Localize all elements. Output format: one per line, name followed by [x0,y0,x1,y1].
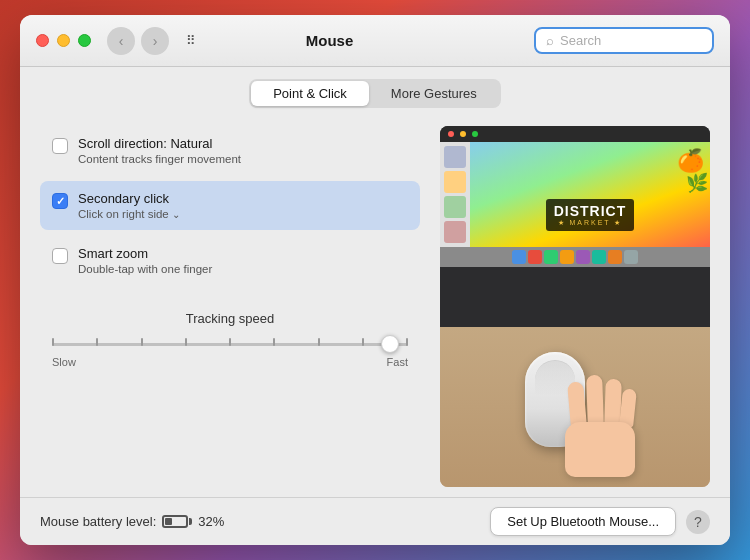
secondary-click-subtitle: Click on right side ⌄ [78,208,180,220]
scroll-direction-row: Scroll direction: Natural Content tracks… [40,126,420,175]
secondary-click-text: Secondary click Click on right side ⌄ [78,191,180,220]
tick-5 [229,338,231,346]
close-button[interactable] [36,34,49,47]
fake-menubar [440,126,710,142]
poster-subtitle: ★ MARKET ★ [554,219,627,227]
dock-item-5 [576,250,590,264]
minimize-button[interactable] [57,34,70,47]
dock-item-1 [512,250,526,264]
tick-3 [141,338,143,346]
tick-7 [318,338,320,346]
scroll-direction-subtitle: Content tracks finger movement [78,153,241,165]
poster-preview: 🍊 🌿 DISTRICT ★ MARKET ★ [470,142,710,247]
poster-title: DISTRICT [554,203,627,219]
content-area: Scroll direction: Natural Content tracks… [20,116,730,497]
slider-line [52,343,408,346]
finger-1 [567,381,587,427]
dropdown-arrow-icon[interactable]: ⌄ [172,209,180,220]
fake-sidebar [440,142,470,247]
slider-container: Slow Fast [52,334,408,368]
smart-zoom-checkbox[interactable] [52,248,68,264]
sidebar-item-4 [444,221,466,243]
tick-4 [185,338,187,346]
smart-zoom-text: Smart zoom Double-tap with one finger [78,246,212,275]
screen-content: 🍊 🌿 DISTRICT ★ MARKET ★ [440,142,710,247]
tabs-container: Point & Click More Gestures [249,79,501,108]
scroll-direction-checkbox[interactable] [52,138,68,154]
main-window: ‹ › ⠿ Mouse ⌕ Point & Click More Gesture… [20,15,730,545]
tab-point-click[interactable]: Point & Click [251,81,369,106]
window-title: Mouse [125,32,534,49]
tracking-section: Tracking speed [40,301,420,378]
tracking-label: Tracking speed [186,311,274,326]
menu-dot-red [448,131,454,137]
slider-ticks [52,342,408,346]
battery-section: Mouse battery level: 32% [40,514,224,529]
mouse-hand-group [495,337,655,477]
smart-zoom-subtitle: Double-tap with one finger [78,263,212,275]
finger-2 [586,375,604,428]
dock-item-6 [592,250,606,264]
dock-item-7 [608,250,622,264]
preview-panel: 🍊 🌿 DISTRICT ★ MARKET ★ [440,126,710,487]
tabs-bar: Point & Click More Gestures [20,67,730,116]
sidebar-item-2 [444,171,466,193]
tracking-slider[interactable] [52,334,408,354]
secondary-click-row: Secondary click Click on right side ⌄ [40,181,420,230]
leaf-emoji: 🌿 [686,172,708,194]
sidebar-item-1 [444,146,466,168]
maximize-button[interactable] [78,34,91,47]
tick-6 [273,338,275,346]
slider-slow-label: Slow [52,356,76,368]
search-box[interactable]: ⌕ [534,27,714,54]
tick-9 [406,338,408,346]
dock-item-4 [560,250,574,264]
fruit-emoji: 🍊 [677,148,704,174]
battery-fill [165,518,172,525]
dock-item-2 [528,250,542,264]
battery-percent: 32% [198,514,224,529]
slider-fast-label: Fast [387,356,408,368]
dock-item-3 [544,250,558,264]
titlebar: ‹ › ⠿ Mouse ⌕ [20,15,730,67]
palm [565,422,635,477]
secondary-click-title: Secondary click [78,191,180,206]
menu-dot-yellow [460,131,466,137]
menu-dot-green [472,131,478,137]
settings-panel: Scroll direction: Natural Content tracks… [40,126,420,487]
scroll-direction-text: Scroll direction: Natural Content tracks… [78,136,241,165]
help-button[interactable]: ? [686,510,710,534]
search-icon: ⌕ [546,33,554,48]
mouse-preview [440,327,710,487]
dock-item-8 [624,250,638,264]
secondary-click-checkbox[interactable] [52,193,68,209]
statusbar: Mouse battery level: 32% Set Up Bluetoot… [20,497,730,545]
bluetooth-setup-button[interactable]: Set Up Bluetooth Mouse... [490,507,676,536]
search-input[interactable] [560,33,702,48]
smart-zoom-title: Smart zoom [78,246,212,261]
sidebar-item-3 [444,196,466,218]
battery-tip [189,518,192,525]
poster-text-block: DISTRICT ★ MARKET ★ [546,199,635,231]
scroll-direction-title: Scroll direction: Natural [78,136,241,151]
statusbar-right: Set Up Bluetooth Mouse... ? [490,507,710,536]
slider-thumb[interactable] [381,335,399,353]
tick-2 [96,338,98,346]
tick-1 [52,338,54,346]
tab-more-gestures[interactable]: More Gestures [369,81,499,106]
screen-preview: 🍊 🌿 DISTRICT ★ MARKET ★ [440,126,710,327]
tick-8 [362,338,364,346]
fake-dock [440,247,710,267]
battery-label: Mouse battery level: [40,514,156,529]
traffic-lights [36,34,91,47]
slider-labels: Slow Fast [52,356,408,368]
smart-zoom-row: Smart zoom Double-tap with one finger [40,236,420,285]
poster-area: 🍊 🌿 DISTRICT ★ MARKET ★ [470,142,710,247]
battery-body [162,515,188,528]
hand [555,377,655,477]
battery-icon [162,515,192,528]
poster-bg [470,142,710,247]
